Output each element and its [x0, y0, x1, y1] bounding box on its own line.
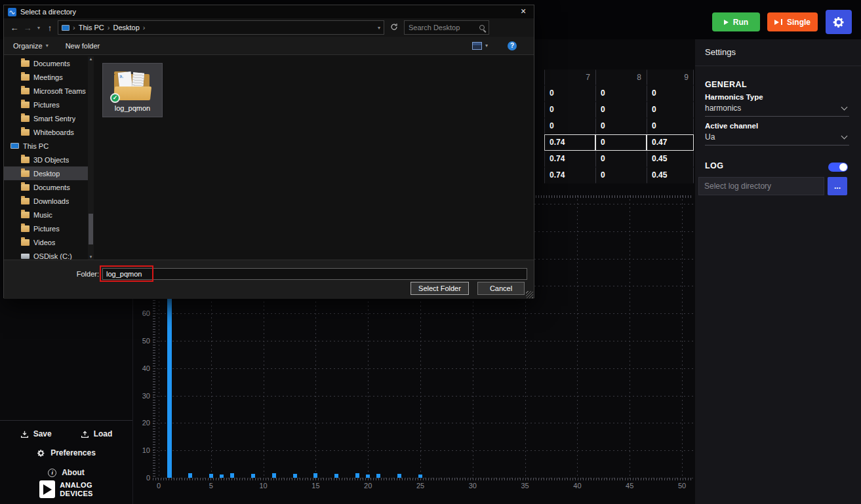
tree-item-microsoft-teams[interactable]: Microsoft Teams: [4, 84, 88, 98]
chart-bar-h13: [293, 474, 297, 478]
close-icon[interactable]: ×: [513, 5, 534, 18]
breadcrumb[interactable]: ›This PC›Desktop› ▾: [58, 20, 384, 35]
tree-item-label: 3D Objects: [33, 156, 69, 164]
table-row[interactable]: 000: [544, 85, 694, 102]
tree-item-pictures[interactable]: Pictures: [4, 98, 88, 111]
run-button-label: Run: [733, 18, 748, 27]
up-button[interactable]: ↑: [45, 23, 55, 33]
toggle-knob: [839, 163, 847, 171]
preferences-button[interactable]: Preferences: [0, 448, 132, 457]
table-cell: 0: [595, 167, 647, 184]
breadcrumb-item-desktop[interactable]: Desktop: [113, 24, 139, 31]
table-row[interactable]: 0.7400.45: [544, 167, 694, 184]
x-tick-label: 0: [157, 482, 161, 490]
help-icon[interactable]: ?: [508, 41, 517, 50]
tree-item-documents[interactable]: Documents: [4, 180, 88, 194]
tree-item-smart-sentry[interactable]: Smart Sentry: [4, 111, 88, 125]
h-gridline: [153, 478, 693, 478]
table-row[interactable]: 0.7400.45: [544, 151, 694, 167]
table-row[interactable]: 000: [544, 102, 694, 118]
load-icon: [81, 430, 89, 438]
chart-bar-h6: [220, 475, 224, 478]
select-folder-button[interactable]: Select Folder: [410, 282, 469, 295]
application-window: 010203040506005101520253035404550 Run Si…: [0, 0, 861, 504]
folder-icon: [21, 198, 30, 204]
about-button[interactable]: i About: [0, 468, 132, 477]
dialog-app-icon: [8, 8, 16, 16]
folder-icon: [21, 170, 30, 177]
folder-name-input[interactable]: [102, 268, 527, 280]
y-tick-label: 10: [132, 446, 150, 454]
refresh-button[interactable]: [388, 23, 400, 32]
tree-item-downloads[interactable]: Downloads: [4, 194, 88, 208]
scroll-up-icon[interactable]: ▴: [88, 56, 94, 62]
new-folder-button[interactable]: New folder: [66, 42, 100, 50]
folder-icon: [21, 184, 30, 191]
tree-scrollbar[interactable]: ▴ ▾: [88, 56, 94, 260]
x-tick-label: 15: [311, 482, 319, 490]
table-row[interactable]: 0.7400.47: [544, 134, 694, 151]
tree-item-meetings[interactable]: Meetings: [4, 70, 88, 84]
tree-item-3d-objects[interactable]: 3D Objects: [4, 153, 88, 166]
chevron-down-icon: [841, 133, 848, 140]
chart-bar-h9: [251, 474, 255, 478]
tree-item-this-pc[interactable]: This PC: [4, 139, 88, 153]
chart-bar-h21: [376, 474, 380, 478]
brand-line-2: DEVICES: [60, 490, 92, 498]
tree-item-documents[interactable]: Documents: [4, 56, 88, 70]
info-icon: i: [48, 469, 56, 477]
h-gridline: [153, 313, 693, 314]
check-badge-icon: ✓: [110, 93, 120, 103]
tree-item-whiteboards[interactable]: Whiteboards: [4, 125, 88, 139]
view-selector-button[interactable]: ▾: [472, 42, 488, 50]
resize-grip[interactable]: [526, 291, 533, 298]
table-cell: 0.74: [544, 134, 595, 151]
table-row[interactable]: 000: [544, 118, 694, 134]
tree-item-videos[interactable]: Videos: [4, 235, 88, 249]
run-button[interactable]: Run: [712, 12, 760, 31]
back-button[interactable]: ←: [9, 23, 20, 33]
view-icon: [472, 42, 482, 50]
table-cell: 0.45: [647, 167, 694, 184]
browse-log-directory-button[interactable]: ...: [828, 177, 847, 195]
tree-item-music[interactable]: Music: [4, 208, 88, 222]
folder-icon: [21, 129, 30, 136]
folder-icon: [21, 60, 30, 67]
tree-item-desktop[interactable]: Desktop: [4, 166, 88, 180]
load-button[interactable]: Load: [81, 429, 113, 438]
forward-button[interactable]: →: [22, 23, 33, 33]
file-tile-log-pqmon[interactable]: a,✓log_pqmon: [102, 63, 163, 117]
history-dropdown-icon[interactable]: ▾: [35, 25, 42, 31]
log-toggle[interactable]: [828, 163, 848, 172]
search-input[interactable]: Search Desktop: [404, 20, 489, 35]
cancel-button[interactable]: Cancel: [477, 282, 525, 295]
single-button-label: Single: [787, 18, 811, 27]
save-button[interactable]: Save: [20, 429, 52, 438]
tree-item-osdisk-c[interactable]: OSDisk (C:): [4, 249, 88, 260]
about-label: About: [62, 468, 85, 477]
chart-bar-h25: [418, 475, 422, 478]
active-channel-dropdown[interactable]: Ua: [705, 130, 849, 145]
scroll-down-icon[interactable]: ▾: [88, 254, 94, 260]
save-label: Save: [33, 429, 52, 438]
table-cell: 0: [595, 118, 647, 134]
organize-button[interactable]: Organize ▾: [13, 42, 49, 50]
y-tick-label: 20: [132, 419, 150, 427]
dialog-title-bar[interactable]: Select a directory ×: [4, 5, 534, 18]
folder-icon: [21, 239, 30, 246]
tree-item-pictures[interactable]: Pictures: [4, 222, 88, 235]
x-tick-label: 10: [259, 482, 267, 490]
address-dropdown-icon[interactable]: ▾: [378, 25, 380, 31]
single-button[interactable]: Single: [767, 12, 818, 31]
log-directory-input[interactable]: [698, 177, 824, 195]
gear-icon: [832, 16, 845, 29]
breadcrumb-item-this-pc[interactable]: This PC: [79, 24, 104, 31]
table-cell: 0: [647, 118, 694, 134]
folder-icon: [21, 74, 30, 81]
scrollbar-thumb[interactable]: [89, 214, 93, 244]
harmonics-type-dropdown[interactable]: harmonics: [705, 101, 849, 117]
active-channel-value: Ua: [705, 132, 715, 142]
settings-gear-button[interactable]: [826, 10, 852, 34]
dialog-toolbar: Organize ▾ New folder ▾ ?: [4, 37, 534, 55]
chart-bar-h19: [355, 473, 359, 478]
